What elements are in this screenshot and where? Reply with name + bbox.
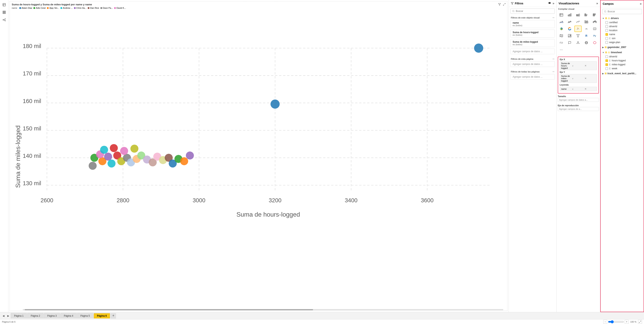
filter-add-visual[interactable]: Agregar campos de datos ... <box>510 49 555 54</box>
filter-add-page[interactable]: Agregar campos de datos ... <box>510 61 555 67</box>
viz-donut-icon[interactable] <box>566 26 573 32</box>
fit-screen-btn[interactable] <box>638 320 642 324</box>
legend-label-david: David K... <box>116 7 126 9</box>
group-truck-header[interactable]: ▶ ⊞ truck_event_text_partiti... <box>601 71 644 76</box>
campos-search-input[interactable] <box>608 10 640 13</box>
field-name-checkbox[interactable]: ✓ <box>606 33 608 36</box>
page-tab-6[interactable]: Página 6 <box>94 313 110 319</box>
viz-r-icon[interactable]: R <box>583 32 590 39</box>
viz-stacked-bar-icon[interactable] <box>574 12 582 18</box>
field-ssn[interactable]: Σ ssn <box>601 36 644 40</box>
viz-expand-icon[interactable]: » <box>596 1 598 5</box>
prev-page-btn[interactable]: ◀ <box>1 314 6 318</box>
field-hours-name: hours-logged <box>612 59 626 62</box>
page-tab-5[interactable]: Página 5 <box>77 313 93 319</box>
page-tab-3[interactable]: Página 3 <box>44 313 60 319</box>
eje-y-field[interactable]: Suma de miles-logged ∨ ✕ <box>560 74 597 83</box>
page-tab-2[interactable]: Página 2 <box>27 313 43 319</box>
viz-bar-icon[interactable] <box>566 12 573 18</box>
campos-search-box[interactable] <box>602 9 642 14</box>
chart-scrollbar[interactable] <box>23 309 503 310</box>
filtros-search-box[interactable] <box>510 8 555 14</box>
viz-scatter-icon[interactable] <box>574 26 582 32</box>
group-timesheet-header[interactable]: ▼ ⊞ ⚠ timesheet <box>601 50 644 55</box>
filtros-page-more-icon[interactable]: ··· <box>552 58 554 60</box>
page-tab-4[interactable]: Página 4 <box>60 313 76 319</box>
legend-dot-adam <box>19 7 21 9</box>
group-gapminer-header[interactable]: ▶ ⊞ gapminder_2007 <box>601 45 644 49</box>
filter-item-miles[interactable]: Suma de miles-logged es (todos) <box>510 39 555 47</box>
visualizaciones-panel: Visualizaciones » Compilar visual <box>556 0 600 312</box>
group-drivers-header[interactable]: ▼ ⊞ ⚠ drivers <box>601 16 644 20</box>
agregar-repro-btn[interactable]: Agregar campos de a... <box>558 107 599 111</box>
field-wage-checkbox[interactable] <box>606 41 608 44</box>
field-miles-checkbox[interactable]: ✓ <box>606 63 608 66</box>
page-tab-1[interactable]: Página 1 <box>11 313 27 319</box>
field-week[interactable]: Σ week <box>601 66 644 70</box>
field-hours-checkbox[interactable]: ✓ <box>606 59 608 62</box>
report-icon[interactable] <box>1 1 7 8</box>
viz-line-icon[interactable] <box>574 19 582 25</box>
viz-geo-icon[interactable] <box>583 39 590 46</box>
campos-expand-icon[interactable]: » <box>640 2 642 5</box>
filtros-all-more-icon[interactable]: ··· <box>552 70 554 73</box>
zoom-in-btn[interactable]: + <box>625 320 629 324</box>
viz-gauge-icon[interactable] <box>583 26 590 32</box>
viz-treemap-icon[interactable] <box>566 32 573 39</box>
filtros-eye-icon[interactable]: 👁 <box>548 1 551 5</box>
viz-pie-icon[interactable] <box>558 26 565 32</box>
field-ssn-checkbox[interactable] <box>606 37 608 40</box>
viz-decomp-icon[interactable] <box>574 39 582 46</box>
filtros-more-icon[interactable]: ··· <box>552 16 554 19</box>
filtros-search-input[interactable] <box>516 10 553 12</box>
viz-map-icon[interactable] <box>558 32 565 39</box>
svg-line-122 <box>606 12 606 12</box>
field-hours-logged[interactable]: ✓ Σ hours-logged <box>601 59 644 63</box>
leyenda-field[interactable]: name ∨ ✕ <box>560 87 597 91</box>
viz-qna-icon[interactable] <box>566 39 573 46</box>
viz-py-icon[interactable]: Py <box>591 32 598 39</box>
chart-filter-icon[interactable] <box>498 3 501 6</box>
viz-waterfall-icon[interactable] <box>591 19 598 25</box>
viz-hstacked-icon[interactable] <box>591 12 598 18</box>
field-location[interactable]: location <box>601 28 644 32</box>
viz-script-visual-icon[interactable] <box>558 39 565 46</box>
filter-item-hours[interactable]: Suma de hours-logged es (todos) <box>510 30 555 37</box>
field-week-checkbox[interactable] <box>606 67 608 70</box>
viz-funnel-icon[interactable] <box>574 32 582 39</box>
zoom-out-btn[interactable]: − <box>603 320 607 324</box>
field-timesheet-driverid[interactable]: driverId <box>601 55 644 59</box>
filtros-expand-icon[interactable]: » <box>552 1 554 5</box>
viz-hbar-icon[interactable] <box>583 12 590 18</box>
viz-card-icon[interactable]: 42 <box>591 26 598 32</box>
field-certified[interactable]: certified <box>601 20 644 24</box>
field-name[interactable]: ✓ name <box>601 32 644 36</box>
filter-add-all[interactable]: Agregar campos de datos ... <box>510 74 555 80</box>
field-wage-plan[interactable]: wage-plan <box>601 40 644 44</box>
legend-label-adam: Adam Diaz <box>22 7 32 9</box>
add-page-btn[interactable]: + <box>110 313 116 319</box>
field-driverid[interactable]: driverId <box>601 24 644 28</box>
field-location-checkbox[interactable] <box>606 29 608 32</box>
next-page-btn[interactable]: ▶ <box>6 314 10 318</box>
eje-x-remove-icon[interactable]: ✕ <box>584 64 596 67</box>
field-driverid-checkbox[interactable] <box>606 25 608 28</box>
viz-shape-map-icon[interactable] <box>591 39 598 46</box>
chart-resize-icon[interactable] <box>503 3 506 6</box>
viz-area-icon[interactable] <box>558 19 565 25</box>
viz-more-icon[interactable]: ··· <box>558 46 565 53</box>
zoom-slider[interactable] <box>608 320 624 324</box>
data-icon[interactable] <box>1 9 7 15</box>
eje-x-field[interactable]: Suma de hours-logged ∨ ✕ <box>560 61 597 70</box>
eje-y-remove-icon[interactable]: ✕ <box>584 77 596 80</box>
field-miles-logged[interactable]: ✓ Σ miles-logged <box>601 63 644 66</box>
model-icon[interactable] <box>1 17 7 23</box>
field-certified-checkbox[interactable] <box>606 21 608 24</box>
field-ts-driverid-checkbox[interactable] <box>606 55 608 58</box>
viz-table-icon[interactable] <box>558 12 565 18</box>
viz-area-stacked-icon[interactable] <box>566 19 573 25</box>
viz-ribbon-icon[interactable] <box>583 19 590 25</box>
leyenda-remove-icon[interactable]: ✕ <box>584 88 596 90</box>
agregar-tamaño-btn[interactable]: Agregar campos de datos a... <box>558 98 599 102</box>
filter-item-name[interactable]: name es (todos) <box>510 20 555 28</box>
